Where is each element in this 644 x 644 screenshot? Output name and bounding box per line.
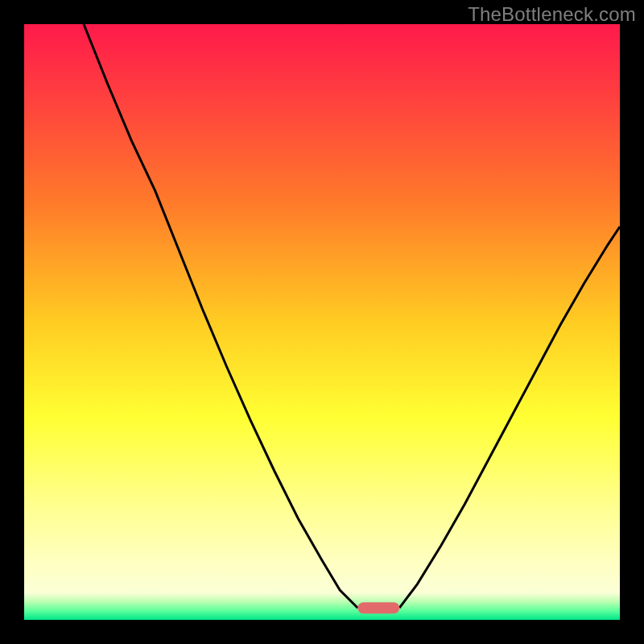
plot-area: [24, 24, 620, 620]
chart-frame: TheBottleneck.com: [0, 0, 644, 644]
bottleneck-curve-chart: [24, 24, 620, 620]
attribution-label: TheBottleneck.com: [468, 3, 636, 26]
gradient-background: [24, 24, 620, 620]
optimal-marker: [357, 602, 399, 613]
